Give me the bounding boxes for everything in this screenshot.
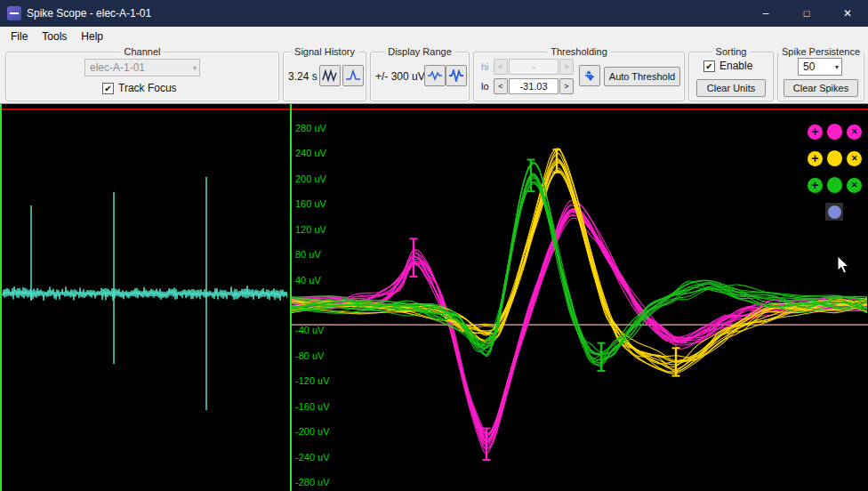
- hi-decrement-button[interactable]: <: [494, 59, 508, 75]
- hi-label: hi: [481, 61, 489, 72]
- lo-increment-button[interactable]: >: [559, 78, 574, 94]
- channel-select[interactable]: elec-A-1-01 ▾: [84, 59, 200, 76]
- clear-spikes-button[interactable]: Clear Spikes: [784, 79, 858, 97]
- axis-tick-label: 40 uV: [295, 275, 321, 286]
- unit-add-button[interactable]: +: [808, 125, 823, 140]
- axis-tick-label: -280 uV: [295, 477, 330, 487]
- threshold-nudge-button[interactable]: [579, 65, 600, 86]
- spike-scope-window: Spike Scope - elec-A-1-01 – □ ✕ File Too…: [0, 0, 868, 491]
- group-thresholding-title: Thresholding: [547, 46, 611, 57]
- persistence-select[interactable]: 50 ▾: [798, 58, 842, 76]
- axis-tick-label: 80 uV: [295, 249, 321, 260]
- close-button[interactable]: ✕: [827, 0, 868, 27]
- group-thresholding: Thresholding hi < - > lo < -31.03 > Auto…: [473, 52, 685, 101]
- spike-peak-icon: [345, 69, 361, 82]
- group-sorting: Sorting ✔ Enable Clear Units: [688, 52, 774, 101]
- group-spike-persistence: Spike Persistence 50 ▾ Clear Spikes: [777, 52, 864, 101]
- persistence-select-value: 50: [803, 60, 815, 73]
- unit-remove-button[interactable]: ✕: [847, 125, 862, 140]
- chevron-down-icon: ▾: [832, 63, 839, 71]
- unit-add-button[interactable]: +: [808, 151, 823, 166]
- small-wave-icon: [427, 69, 443, 82]
- titlebar: Spike Scope - elec-A-1-01 – □ ✕: [0, 0, 868, 27]
- signal-history-value: 3.24 s: [288, 70, 317, 83]
- panel-right-border: [290, 104, 292, 491]
- clear-units-button[interactable]: Clear Units: [696, 79, 766, 97]
- group-channel: Channel elec-A-1-01 ▾ ✔ Track Focus: [5, 52, 279, 101]
- large-wave-icon: [448, 69, 464, 82]
- auto-threshold-button[interactable]: Auto Threshold: [604, 67, 680, 86]
- spike-trace: [291, 163, 867, 374]
- axis-tick-label: -40 uV: [295, 325, 324, 335]
- app-icon: [7, 6, 21, 20]
- up-down-arrows-icon: [583, 68, 597, 83]
- toolbar: Channel elec-A-1-01 ▾ ✔ Track Focus Sign…: [0, 46, 868, 104]
- unit-controls: +✕+✕+✕: [808, 124, 862, 230]
- unit-controls-row: +✕: [808, 150, 862, 166]
- group-channel-title: Channel: [121, 46, 165, 57]
- panel-left-border: [0, 104, 2, 491]
- continuous-signal-panel[interactable]: [0, 104, 290, 491]
- menu-file[interactable]: File: [4, 28, 35, 44]
- spike-trace: [291, 149, 867, 372]
- axis-tick-label: 200 uV: [295, 173, 326, 184]
- maximize-button[interactable]: □: [786, 0, 827, 27]
- axis-tick-label: -80 uV: [295, 350, 324, 361]
- hi-increment-button[interactable]: >: [559, 59, 574, 75]
- unit-slot[interactable]: [825, 203, 843, 221]
- axis-tick-label: 120 uV: [295, 224, 326, 235]
- sorting-enable-label: Enable: [719, 60, 752, 72]
- lo-decrement-button[interactable]: <: [494, 78, 508, 94]
- spike-trace: [291, 209, 867, 437]
- unit-controls-row: +✕: [808, 124, 862, 140]
- lo-threshold-field[interactable]: -31.03: [509, 78, 559, 94]
- axis-tick-label: 280 uV: [295, 123, 326, 133]
- spike-trace: [291, 168, 867, 372]
- sorting-enable-row[interactable]: ✔ Enable: [703, 60, 752, 72]
- unit-color-swatch[interactable]: [827, 124, 843, 140]
- scope-area: 280 uV240 uV200 uV160 uV120 uV80 uV40 uV…: [0, 104, 868, 491]
- waveform-pair-icon: [322, 69, 338, 82]
- chevron-down-icon: ▾: [189, 64, 197, 72]
- history-window-button[interactable]: [319, 65, 341, 86]
- unit-remove-button[interactable]: ✕: [847, 151, 862, 166]
- unit-controls-row: [808, 204, 862, 220]
- unit-color-swatch: [828, 205, 841, 219]
- range-compress-button[interactable]: [424, 65, 446, 86]
- track-focus-checkbox[interactable]: ✔: [102, 83, 114, 94]
- spike-trace: [291, 212, 867, 434]
- unit-controls-row: +✕: [808, 177, 862, 193]
- group-signal-history-title: Signal History: [291, 46, 358, 57]
- menu-help[interactable]: Help: [74, 28, 110, 44]
- minimize-button[interactable]: –: [745, 0, 786, 27]
- group-display-range-title: Display Range: [384, 46, 455, 57]
- axis-tick-label: -120 uV: [295, 375, 330, 386]
- unit-color-swatch[interactable]: [827, 150, 843, 166]
- axis-tick-label: 240 uV: [295, 148, 326, 158]
- track-focus-label: Track Focus: [118, 82, 177, 94]
- spike-cluster-yellow: [291, 149, 867, 374]
- sorting-enable-checkbox[interactable]: ✔: [703, 60, 715, 72]
- mouse-cursor: [837, 255, 851, 275]
- continuous-signal-plot: [0, 104, 290, 491]
- track-focus-checkbox-row[interactable]: ✔ Track Focus: [102, 82, 177, 94]
- range-expand-button[interactable]: [446, 65, 467, 86]
- hi-threshold-field[interactable]: -: [509, 59, 559, 75]
- lo-label: lo: [481, 81, 489, 92]
- history-spike-button[interactable]: [342, 65, 364, 86]
- spike-cluster-green: [291, 162, 867, 366]
- axis-tick-label: -240 uV: [295, 452, 330, 463]
- spike-trace: [291, 160, 867, 373]
- unit-add-button[interactable]: +: [808, 178, 823, 193]
- group-display-range: Display Range +/- 300 uV: [370, 52, 470, 101]
- group-sorting-title: Sorting: [712, 46, 751, 57]
- spike-trace: [291, 205, 867, 442]
- group-spike-persistence-title: Spike Persistence: [778, 46, 864, 57]
- window-title: Spike Scope - elec-A-1-01: [27, 7, 151, 20]
- axis-tick-label: 160 uV: [295, 198, 326, 209]
- unit-color-swatch[interactable]: [827, 177, 843, 193]
- unit-remove-button[interactable]: ✕: [847, 178, 862, 193]
- axis-tick-label: -160 uV: [295, 401, 330, 412]
- menu-tools[interactable]: Tools: [35, 28, 74, 44]
- spike-waveform-panel[interactable]: 280 uV240 uV200 uV160 uV120 uV80 uV40 uV…: [290, 104, 868, 491]
